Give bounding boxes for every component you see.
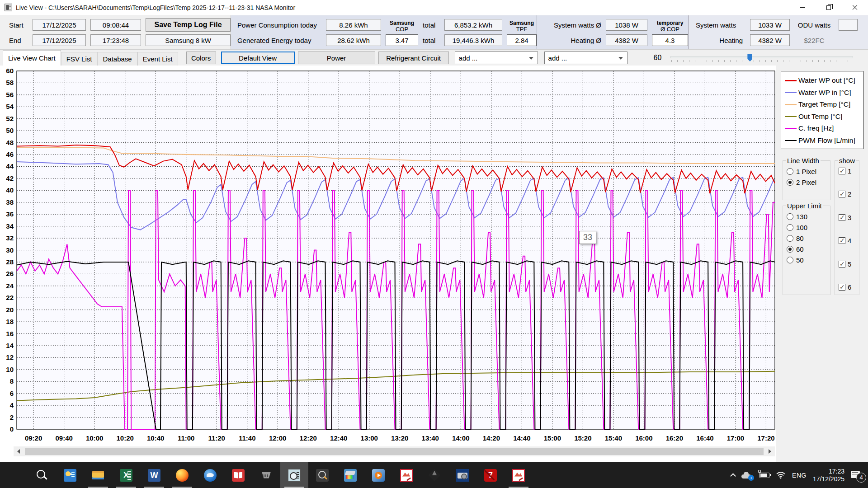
upper-limit-option-60[interactable]: 60 [787,245,827,253]
taskbar-app-start[interactable] [0,462,28,488]
default-view-button[interactable]: Default View [221,52,295,64]
wifi-icon[interactable] [776,471,786,479]
refresh-slider[interactable] [670,53,853,64]
show-series-4[interactable]: 4 [839,237,856,244]
legend-item: Water WP in [°C] [785,87,860,99]
odu-hex-value: $22FC [794,37,834,44]
taskbar-app-image-viewer-2[interactable] [505,462,533,488]
radio-label: 130 [796,213,807,221]
taskbar-app-monitor-app[interactable] [56,462,84,488]
scroll-left-icon [17,449,20,454]
taskbar-app-word[interactable]: W [140,462,168,488]
taskbar-app-seven-zip[interactable]: 7 [476,462,505,488]
start-date-field[interactable]: 17/12/2025 [33,19,86,31]
tab-live-view-chart[interactable]: Live View Chart [3,50,61,66]
svg-text:38: 38 [6,198,14,206]
total-generated-value: 19,446.3 kWh [444,34,502,46]
upper-limit-group: Upper Limit 130100806050 [783,206,830,295]
checkbox-icon [839,237,845,244]
radio-label: 100 [796,224,807,231]
radio-icon [787,246,793,253]
legend-item: Target Temp [°C] [785,99,860,111]
show-series-6[interactable]: 6 [839,283,856,291]
radio-icon [787,235,793,242]
legend-label: Out Temp [°C] [798,113,842,121]
device-field[interactable]: Samsung 8 kW [146,34,231,46]
taskbar-app-file-explorer[interactable] [84,462,112,488]
svg-text:17:00: 17:00 [727,434,744,442]
time-range-section: Start 17/12/2025 09:08:44 Save Temp Log … [0,15,231,49]
line-width-option-1-pixel[interactable]: 1 Pixel [787,168,827,175]
radio-icon [787,257,793,263]
svg-text:34: 34 [6,222,14,230]
tray-expand-icon[interactable] [730,473,736,479]
taskbar-app-nasa-monitor[interactable] [280,462,308,488]
scrollbar-thumb[interactable] [25,448,764,455]
upper-limit-option-130[interactable]: 130 [787,213,827,221]
radio-icon [787,213,793,220]
horizontal-scrollbar[interactable] [14,446,775,456]
svg-text:16:00: 16:00 [635,434,652,442]
heating-avg-value: 4382 W [606,34,647,46]
scroll-right-button[interactable] [765,446,775,456]
taskbar-app-camera-utility[interactable] [448,462,476,488]
taskbar-app-inkscape[interactable] [420,462,448,488]
end-label: End [9,37,28,44]
upper-limit-option-50[interactable]: 50 [787,256,827,264]
close-button[interactable] [842,0,868,15]
tab-database[interactable]: Database [97,52,137,66]
taskbar-app-serial-connector[interactable] [252,462,280,488]
show-series-1[interactable]: 1 [839,167,856,175]
scroll-left-button[interactable] [14,446,24,456]
taskbar-app-scanner[interactable] [336,462,364,488]
line-width-group: Line Width 1 Pixel2 Pixel [783,160,830,200]
taskbar-app-thunderbird[interactable] [196,462,224,488]
minimize-button[interactable] [789,0,816,15]
show-series-5[interactable]: 5 [839,260,856,268]
taskbar-app-device-search[interactable] [308,462,336,488]
svg-text:10:20: 10:20 [116,434,133,442]
svg-text:50: 50 [6,127,14,134]
svg-text:36: 36 [6,210,14,218]
svg-text:20: 20 [6,306,14,314]
total-label-1: total [423,21,440,29]
toolbar: Start 17/12/2025 09:08:44 Save Temp Log … [0,15,868,50]
add-series-combo-2[interactable]: add ... [544,52,627,64]
language-indicator[interactable]: ENG [792,472,807,479]
end-time-field[interactable]: 17:23:48 [90,34,141,46]
line-width-option-2-pixel[interactable]: 2 Pixel [787,178,827,186]
taskbar-app-media-player[interactable] [364,462,392,488]
show-series-2[interactable]: 2 [839,190,856,198]
end-date-field[interactable]: 17/12/2025 [33,34,86,46]
onedrive-icon[interactable]: i [741,471,753,479]
notification-center-icon[interactable]: 4 [851,471,862,480]
taskbar-app-excel[interactable]: X [112,462,140,488]
svg-text:16: 16 [6,330,14,338]
colors-button[interactable]: Colors [186,52,216,64]
taskbar-app-image-viewer[interactable] [392,462,420,488]
tab-event-list[interactable]: Event List [137,52,178,66]
tray-date: 17/12/2025 [813,475,844,483]
taskbar-app-firefox[interactable] [168,462,196,488]
restore-button[interactable] [816,0,842,15]
chevron-down-icon [618,57,623,60]
monitor-app-icon [64,469,76,482]
battery-icon[interactable] [760,473,769,478]
checkbox-label: 2 [848,190,851,198]
save-temp-log-button[interactable]: Save Temp Log File [146,18,231,32]
upper-limit-option-100[interactable]: 100 [787,224,827,231]
refrigerant-circuit-button[interactable]: Refrigerant Circuit [378,52,449,64]
chart-legend: Water WP out [°C]Water WP in [°C]Target … [781,71,863,149]
tab-fsv-list[interactable]: FSV List [61,52,98,66]
add-series-combo-1[interactable]: add ... [455,52,538,64]
taskbar-clock[interactable]: 17:23 17/12/2025 [813,468,844,483]
power-button[interactable]: Power [298,52,375,64]
taskbar-app-search[interactable] [28,462,56,488]
show-group: show 123456 [835,160,859,295]
taskbar-app-ebook-reader[interactable] [224,462,252,488]
slider-track[interactable] [670,56,853,58]
show-series-3[interactable]: 3 [839,214,856,221]
upper-limit-option-80[interactable]: 80 [787,235,827,242]
live-chart[interactable]: 0246810121416182022242628303234363840424… [0,66,779,446]
start-time-field[interactable]: 09:08:44 [90,19,141,31]
